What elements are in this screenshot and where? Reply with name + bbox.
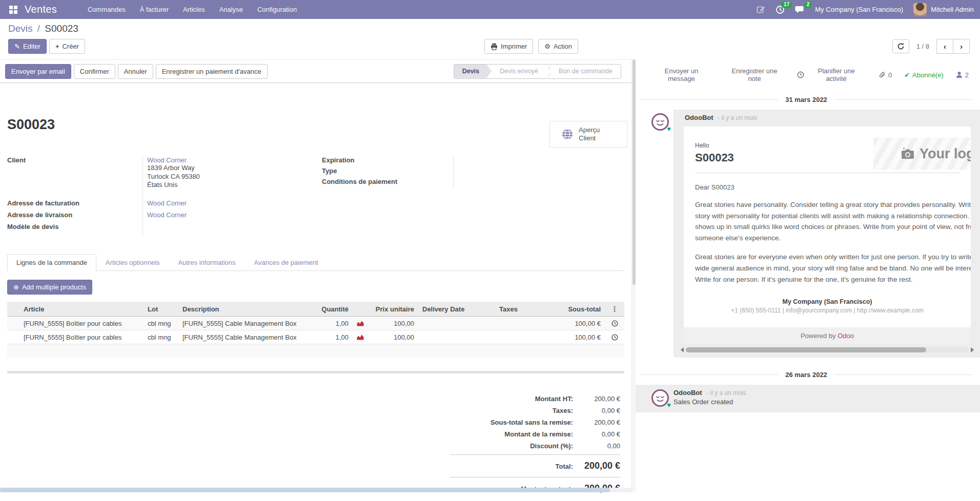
optional-columns-icon[interactable]: ⋮ xyxy=(605,302,624,317)
status-step-bon-de-commande[interactable]: Bon de commande xyxy=(550,65,621,78)
nav-configuration[interactable]: Configuration xyxy=(257,6,297,13)
scroll-right-arrow[interactable] xyxy=(971,347,974,352)
client-link[interactable]: Wood Corner xyxy=(147,156,187,164)
date-divider: 31 mars 2022 xyxy=(640,96,973,103)
nav-articles[interactable]: Articles xyxy=(183,6,205,13)
customer-preview-label: Aperçu Client xyxy=(579,126,606,142)
date-divider-label: 26 mars 2022 xyxy=(785,371,827,379)
create-button-label: Créer xyxy=(62,42,79,51)
status-step-devis[interactable]: Devis xyxy=(454,65,492,78)
section-divider xyxy=(7,371,624,373)
expiration-value[interactable] xyxy=(458,156,609,167)
forecast-chart-icon[interactable] xyxy=(353,317,367,330)
type-value[interactable] xyxy=(458,167,609,178)
delivery-address-link[interactable]: Wood Corner xyxy=(147,211,187,219)
tab-optional-products[interactable]: Articles optionnels xyxy=(96,254,169,271)
edit-button[interactable]: ✎ Editer xyxy=(8,39,47,54)
action-button-label: Action xyxy=(554,42,572,51)
register-advance-payment-button[interactable]: Enregistrer un paiement d'avance xyxy=(156,64,268,79)
email-horizontal-scrollbar[interactable] xyxy=(681,346,974,353)
nav-a-facturer[interactable]: À facturer xyxy=(140,6,169,13)
create-button[interactable]: + Créer xyxy=(49,39,85,54)
plus-circle-icon: ⊕ xyxy=(13,284,19,290)
send-message-button[interactable]: Envoyer un message xyxy=(651,67,712,82)
order-line-row[interactable]: [FURN_5555] Boîtier pour cables cbl mng … xyxy=(7,317,624,330)
client-value-block: Wood Corner 1839 Arbor Way Turlock CA 95… xyxy=(147,156,315,199)
col-quantity[interactable]: Quantité xyxy=(308,302,353,317)
col-lot[interactable]: Lot xyxy=(144,302,178,317)
client-address-line: Turlock CA 95380 xyxy=(147,173,315,181)
tab-advance-payments[interactable]: Avances de paiement xyxy=(245,254,328,271)
compose-icon[interactable] xyxy=(757,5,765,14)
order-line-row[interactable]: [FURN_5555] Boîtier pour cables cbl mng … xyxy=(7,330,624,344)
scroll-left-arrow[interactable] xyxy=(681,347,684,352)
attachments-button[interactable]: 0 xyxy=(879,71,892,79)
form-horizontal-scrollbar[interactable] xyxy=(0,488,631,492)
message-author[interactable]: OdooBot xyxy=(685,114,713,121)
cancel-button[interactable]: Annuler xyxy=(118,64,153,79)
expected-date-clock-icon[interactable] xyxy=(605,317,624,330)
taxes-cell xyxy=(495,330,536,344)
quantity-cell: 1,00 xyxy=(308,330,353,344)
pager-next-button[interactable]: › xyxy=(953,39,970,54)
totals-block: Montant HT:200,00 € Taxes:0,00 € Sous-to… xyxy=(450,393,620,497)
client-address-line: 1839 Arbor Way xyxy=(147,164,315,173)
following-button[interactable]: ✔ Abonné(e) xyxy=(904,71,944,79)
form-vertical-scrollbar[interactable] xyxy=(631,59,636,492)
add-multiple-products-button[interactable]: ⊕ Add multiple products xyxy=(7,280,92,295)
user-avatar[interactable] xyxy=(913,3,927,16)
breadcrumb-current: S00023 xyxy=(45,23,78,34)
col-delivery-date[interactable]: Delivery Date xyxy=(418,302,495,317)
breadcrumb-parent[interactable]: Devis xyxy=(8,23,33,34)
user-menu[interactable]: Mitchell Admin xyxy=(931,6,974,13)
nav-commandes[interactable]: Commandes xyxy=(88,6,126,13)
col-taxes[interactable]: Taxes xyxy=(495,302,536,317)
empty-line-row[interactable] xyxy=(7,344,624,358)
pager-previous-button[interactable]: ‹ xyxy=(936,39,953,54)
discount-percent-value: 0,00 xyxy=(573,442,620,450)
activities-icon[interactable]: 17 xyxy=(775,5,785,14)
taxes-value: 0,00 € xyxy=(573,407,620,414)
refresh-button[interactable] xyxy=(892,39,909,53)
expected-date-clock-icon[interactable] xyxy=(605,330,624,344)
col-description[interactable]: Description xyxy=(178,302,308,317)
tab-other-info[interactable]: Autres informations xyxy=(169,254,245,271)
print-button[interactable]: Imprimer xyxy=(484,39,533,54)
invoice-address-link[interactable]: Wood Corner xyxy=(147,199,187,207)
order-lines-table: Article Lot Description Quantité Prix un… xyxy=(7,302,624,358)
confirm-button[interactable]: Confirmer xyxy=(74,64,115,79)
odoo-link[interactable]: Odoo xyxy=(838,332,854,340)
powered-prefix: Powered by xyxy=(801,332,836,340)
delivery-date-cell xyxy=(418,317,495,330)
followers-button[interactable]: 2 xyxy=(956,71,969,79)
send-by-email-button[interactable]: Envoyer par email xyxy=(5,64,71,79)
taxes-cell xyxy=(495,317,536,330)
clock-icon xyxy=(797,71,804,78)
heart-icon: ♥ xyxy=(667,125,671,133)
following-label: Abonné(e) xyxy=(912,71,944,79)
apps-menu-icon[interactable] xyxy=(9,6,17,14)
quotation-template-value[interactable] xyxy=(147,223,315,235)
col-subtotal[interactable]: Sous-total xyxy=(536,302,605,317)
heart-icon: ♥ xyxy=(667,401,671,409)
col-article[interactable]: Article xyxy=(19,302,144,317)
message-author[interactable]: OdooBot xyxy=(673,389,702,396)
app-brand[interactable]: Ventes xyxy=(25,4,57,15)
messages-icon[interactable]: 2 xyxy=(795,5,805,14)
status-steps: Devis Devis envoyé Bon de commande xyxy=(454,64,621,79)
status-step-devis-envoye[interactable]: Devis envoyé xyxy=(492,65,546,78)
payment-terms-value[interactable] xyxy=(458,178,609,189)
tab-order-lines[interactable]: Lignes de la commande xyxy=(7,254,96,271)
add-multiple-products-label: Add multiple products xyxy=(22,283,86,291)
col-unit-price[interactable]: Prix unitaire xyxy=(367,302,418,317)
logo-text: Your logo xyxy=(920,146,971,162)
action-button[interactable]: ⚙ Action xyxy=(538,39,578,54)
col-handle xyxy=(7,302,19,317)
nav-analyse[interactable]: Analyse xyxy=(219,6,243,13)
client-label: Client xyxy=(7,156,142,199)
company-switcher[interactable]: My Company (San Francisco) xyxy=(815,6,903,13)
log-note-button[interactable]: Enregistrer une note xyxy=(725,67,784,82)
forecast-chart-icon[interactable] xyxy=(353,330,367,344)
schedule-activity-button[interactable]: Planifier une activité xyxy=(797,67,865,82)
customer-preview-button[interactable]: Aperçu Client xyxy=(549,121,627,148)
